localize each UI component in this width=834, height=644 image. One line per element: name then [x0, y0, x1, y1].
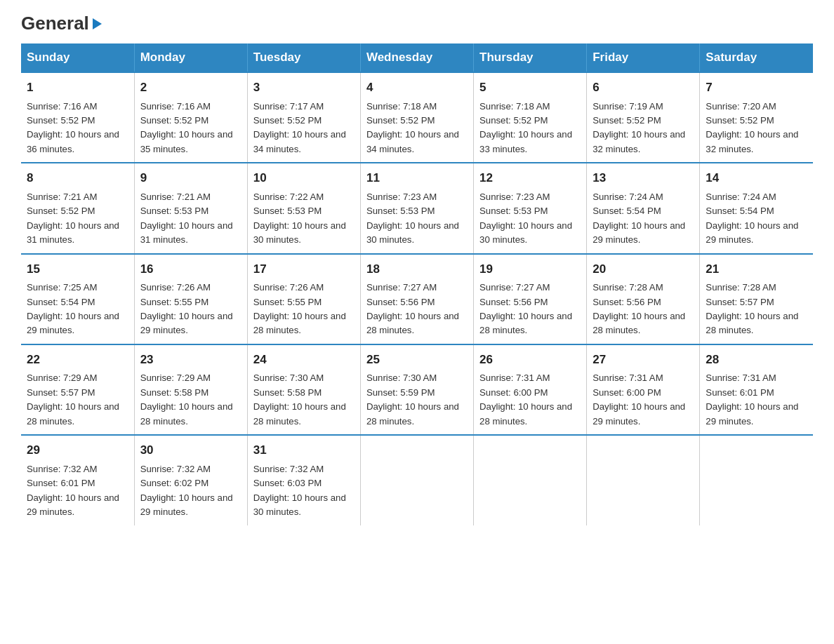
day-number: 18	[366, 260, 468, 279]
calendar-day-cell: 8 Sunrise: 7:21 AMSunset: 5:52 PMDayligh…	[21, 163, 134, 253]
day-number: 12	[479, 169, 581, 187]
day-number: 1	[27, 79, 128, 97]
day-number: 3	[253, 79, 355, 97]
day-info: Sunrise: 7:31 AMSunset: 6:00 PMDaylight:…	[479, 373, 572, 426]
day-info: Sunrise: 7:31 AMSunset: 6:01 PMDaylight:…	[706, 373, 798, 426]
day-info: Sunrise: 7:24 AMSunset: 5:54 PMDaylight:…	[706, 192, 798, 245]
calendar-week-row: 22 Sunrise: 7:29 AMSunset: 5:57 PMDaylig…	[21, 344, 813, 435]
calendar-day-cell: 29 Sunrise: 7:32 AMSunset: 6:01 PMDaylig…	[21, 435, 134, 525]
column-header-wednesday: Wednesday	[360, 43, 473, 72]
calendar-day-cell: 11 Sunrise: 7:23 AMSunset: 5:53 PMDaylig…	[360, 163, 473, 253]
logo-text-general: General	[21, 14, 89, 32]
column-header-monday: Monday	[134, 43, 247, 72]
calendar-day-cell: 18 Sunrise: 7:27 AMSunset: 5:56 PMDaylig…	[360, 254, 473, 344]
day-number: 21	[706, 260, 807, 279]
calendar-day-cell: 5 Sunrise: 7:18 AMSunset: 5:52 PMDayligh…	[474, 72, 587, 163]
day-number: 24	[253, 351, 355, 369]
calendar-day-cell: 2 Sunrise: 7:16 AMSunset: 5:52 PMDayligh…	[134, 72, 247, 163]
day-info: Sunrise: 7:23 AMSunset: 5:53 PMDaylight:…	[479, 192, 572, 245]
day-info: Sunrise: 7:17 AMSunset: 5:52 PMDaylight:…	[253, 101, 346, 154]
day-info: Sunrise: 7:23 AMSunset: 5:53 PMDaylight:…	[366, 192, 459, 245]
day-info: Sunrise: 7:29 AMSunset: 5:57 PMDaylight:…	[27, 373, 119, 426]
day-number: 9	[140, 169, 241, 187]
day-number: 2	[140, 79, 241, 97]
day-info: Sunrise: 7:32 AMSunset: 6:02 PMDaylight:…	[140, 464, 233, 517]
calendar-day-cell: 22 Sunrise: 7:29 AMSunset: 5:57 PMDaylig…	[21, 344, 134, 435]
day-info: Sunrise: 7:30 AMSunset: 5:59 PMDaylight:…	[366, 373, 459, 426]
day-info: Sunrise: 7:19 AMSunset: 5:52 PMDaylight:…	[593, 101, 685, 154]
calendar-day-cell: 19 Sunrise: 7:27 AMSunset: 5:56 PMDaylig…	[474, 254, 587, 344]
column-header-saturday: Saturday	[700, 43, 813, 72]
calendar-empty-cell	[587, 435, 700, 525]
day-info: Sunrise: 7:22 AMSunset: 5:53 PMDaylight:…	[253, 192, 346, 245]
calendar-day-cell: 24 Sunrise: 7:30 AMSunset: 5:58 PMDaylig…	[247, 344, 360, 435]
day-number: 16	[140, 260, 241, 279]
calendar-day-cell: 12 Sunrise: 7:23 AMSunset: 5:53 PMDaylig…	[474, 163, 587, 253]
day-number: 14	[706, 169, 807, 187]
column-header-friday: Friday	[587, 43, 700, 72]
day-number: 6	[593, 79, 694, 97]
calendar-day-cell: 10 Sunrise: 7:22 AMSunset: 5:53 PMDaylig…	[247, 163, 360, 253]
day-number: 7	[706, 79, 807, 97]
calendar-day-cell: 4 Sunrise: 7:18 AMSunset: 5:52 PMDayligh…	[360, 72, 473, 163]
calendar-week-row: 8 Sunrise: 7:21 AMSunset: 5:52 PMDayligh…	[21, 163, 813, 253]
day-info: Sunrise: 7:28 AMSunset: 5:57 PMDaylight:…	[706, 282, 798, 335]
calendar-empty-cell	[474, 435, 587, 525]
calendar-day-cell: 23 Sunrise: 7:29 AMSunset: 5:58 PMDaylig…	[134, 344, 247, 435]
day-info: Sunrise: 7:21 AMSunset: 5:53 PMDaylight:…	[140, 192, 233, 245]
day-info: Sunrise: 7:32 AMSunset: 6:03 PMDaylight:…	[253, 464, 346, 517]
day-info: Sunrise: 7:21 AMSunset: 5:52 PMDaylight:…	[27, 192, 119, 245]
calendar-day-cell: 28 Sunrise: 7:31 AMSunset: 6:01 PMDaylig…	[700, 344, 813, 435]
column-header-tuesday: Tuesday	[247, 43, 360, 72]
day-number: 30	[140, 441, 241, 459]
day-info: Sunrise: 7:18 AMSunset: 5:52 PMDaylight:…	[366, 101, 459, 154]
day-number: 5	[479, 79, 581, 97]
day-info: Sunrise: 7:27 AMSunset: 5:56 PMDaylight:…	[479, 282, 572, 335]
calendar-empty-cell	[700, 435, 813, 525]
day-info: Sunrise: 7:24 AMSunset: 5:54 PMDaylight:…	[593, 192, 685, 245]
calendar-day-cell: 1 Sunrise: 7:16 AMSunset: 5:52 PMDayligh…	[21, 72, 134, 163]
calendar-day-cell: 27 Sunrise: 7:31 AMSunset: 6:00 PMDaylig…	[587, 344, 700, 435]
day-info: Sunrise: 7:29 AMSunset: 5:58 PMDaylight:…	[140, 373, 233, 426]
day-number: 26	[479, 351, 581, 369]
day-info: Sunrise: 7:32 AMSunset: 6:01 PMDaylight:…	[27, 464, 119, 517]
day-number: 28	[706, 351, 807, 369]
day-number: 29	[27, 441, 128, 459]
day-number: 22	[27, 351, 128, 369]
day-number: 15	[27, 260, 128, 279]
day-number: 8	[27, 169, 128, 187]
day-number: 4	[366, 79, 468, 97]
day-info: Sunrise: 7:26 AMSunset: 5:55 PMDaylight:…	[140, 282, 233, 335]
day-info: Sunrise: 7:30 AMSunset: 5:58 PMDaylight:…	[253, 373, 346, 426]
calendar-day-cell: 25 Sunrise: 7:30 AMSunset: 5:59 PMDaylig…	[360, 344, 473, 435]
column-header-thursday: Thursday	[474, 43, 587, 72]
calendar-week-row: 29 Sunrise: 7:32 AMSunset: 6:01 PMDaylig…	[21, 435, 813, 525]
calendar-day-cell: 15 Sunrise: 7:25 AMSunset: 5:54 PMDaylig…	[21, 254, 134, 344]
calendar-table: SundayMondayTuesdayWednesdayThursdayFrid…	[21, 43, 813, 525]
calendar-day-cell: 20 Sunrise: 7:28 AMSunset: 5:56 PMDaylig…	[587, 254, 700, 344]
day-info: Sunrise: 7:20 AMSunset: 5:52 PMDaylight:…	[706, 101, 798, 154]
day-info: Sunrise: 7:16 AMSunset: 5:52 PMDaylight:…	[27, 101, 119, 154]
day-number: 17	[253, 260, 355, 279]
day-number: 23	[140, 351, 241, 369]
day-info: Sunrise: 7:26 AMSunset: 5:55 PMDaylight:…	[253, 282, 346, 335]
calendar-day-cell: 9 Sunrise: 7:21 AMSunset: 5:53 PMDayligh…	[134, 163, 247, 253]
day-number: 25	[366, 351, 468, 369]
day-info: Sunrise: 7:18 AMSunset: 5:52 PMDaylight:…	[479, 101, 572, 154]
day-info: Sunrise: 7:31 AMSunset: 6:00 PMDaylight:…	[593, 373, 685, 426]
logo: General	[21, 14, 102, 29]
day-number: 11	[366, 169, 468, 187]
day-number: 27	[593, 351, 694, 369]
calendar-week-row: 15 Sunrise: 7:25 AMSunset: 5:54 PMDaylig…	[21, 254, 813, 344]
calendar-week-row: 1 Sunrise: 7:16 AMSunset: 5:52 PMDayligh…	[21, 72, 813, 163]
day-info: Sunrise: 7:27 AMSunset: 5:56 PMDaylight:…	[366, 282, 459, 335]
page-header: General	[21, 14, 813, 29]
calendar-day-cell: 13 Sunrise: 7:24 AMSunset: 5:54 PMDaylig…	[587, 163, 700, 253]
column-header-sunday: Sunday	[21, 43, 134, 72]
calendar-day-cell: 16 Sunrise: 7:26 AMSunset: 5:55 PMDaylig…	[134, 254, 247, 344]
day-number: 13	[593, 169, 694, 187]
day-info: Sunrise: 7:28 AMSunset: 5:56 PMDaylight:…	[593, 282, 685, 335]
calendar-empty-cell	[360, 435, 473, 525]
calendar-day-cell: 21 Sunrise: 7:28 AMSunset: 5:57 PMDaylig…	[700, 254, 813, 344]
day-number: 10	[253, 169, 355, 187]
